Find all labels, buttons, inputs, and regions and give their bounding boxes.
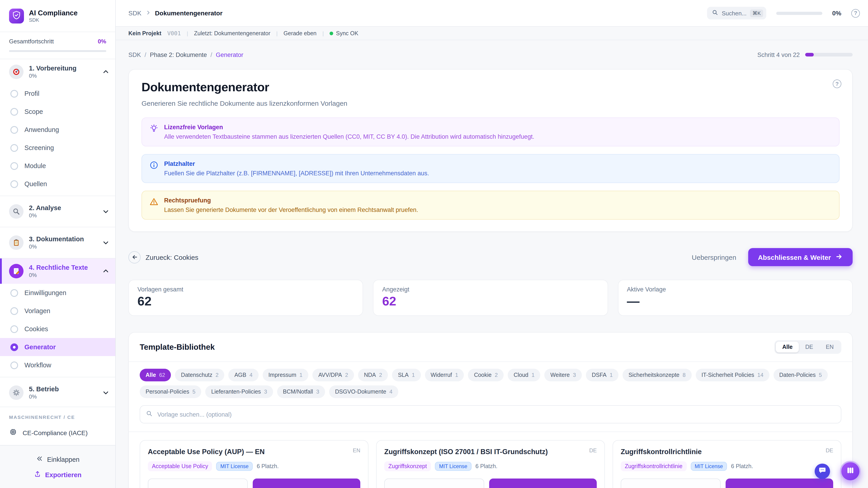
template-license-tag: MIT License [216,462,253,471]
sidebar-item-label: Scope [24,108,43,115]
sidebar-section-header-4-rechtliche-texte[interactable]: 4. Rechtliche Texte0% [0,258,115,284]
magnifier-icon [9,204,24,219]
filter-chip-daten-policies[interactable]: Daten-Policies5 [773,369,828,381]
filter-chip-count: 1 [531,372,534,378]
chevron-up-icon [103,69,109,75]
filter-chip-alle[interactable]: Alle62 [140,369,171,381]
filter-chip-personal-policies[interactable]: Personal-Policies5 [140,385,202,398]
radio-icon [10,144,18,152]
filter-chip-count: 2 [495,372,498,378]
topbar-right: Suchen... ⌘K 0% ? [707,7,860,20]
filter-chip-cloud[interactable]: Cloud1 [508,369,540,381]
filter-chip-sla[interactable]: SLA1 [392,369,421,381]
filter-chip-weitere[interactable]: Weitere3 [545,369,582,381]
template-use-button[interactable] [253,479,360,488]
filter-chip-label: Widerruf [431,372,452,378]
notice-title: Rechtspruefung [164,197,418,204]
last-visited: Zuletzt: Dokumentengenerator [194,30,270,36]
filter-chip-dsfa[interactable]: DSFA1 [586,369,619,381]
arrow-left-icon [128,251,141,263]
filter-chip-avv-dpa[interactable]: AVV/DPA2 [312,369,354,381]
filter-chip-nda[interactable]: NDA2 [358,369,388,381]
filter-chip-agb[interactable]: AGB4 [228,369,258,381]
skip-button[interactable]: Ueberspringen [692,253,736,261]
filter-chip-impressum[interactable]: Impressum1 [262,369,308,381]
sidebar-item-label: Profil [24,90,39,97]
sidebar-item-vorlagen[interactable]: Vorlagen [0,302,115,320]
collapse-sidebar-button[interactable]: Einklappen [0,452,115,467]
complete-and-continue-button[interactable]: Abschliessen & Weiter [748,248,852,266]
sidebar-item-profil[interactable]: Profil [0,85,115,103]
sidebar-item-cookies[interactable]: Cookies [0,320,115,338]
export-label: Exportieren [45,471,81,479]
filter-chip-cookie[interactable]: Cookie2 [468,369,504,381]
stats-row: Vorlagen gesamt62Angezeigt62Aktive Vorla… [128,280,852,316]
breadcrumb-section[interactable]: SDK [128,9,142,17]
sidebar-section-header-3-dokumentation[interactable]: 3. Dokumentation0% [0,227,115,258]
wizard-nav-right: Ueberspringen Abschliessen & Weiter [692,248,852,266]
page-breadcrumb: SDK / Phase 2: Dokumente / Generator [128,51,243,58]
filter-chip-dsgvo-dokumente[interactable]: DSGVO-Dokumente4 [329,385,398,398]
sync-status-label: Sync OK [336,30,359,36]
template-preview-button[interactable] [148,479,248,488]
help-icon[interactable]: ? [851,9,860,18]
lang-tab-en[interactable]: EN [819,341,840,352]
page-help-icon[interactable]: ? [833,79,841,88]
template-card-acceptable-use-policy-aup-en[interactable]: Acceptable Use Policy (AUP) — ENENAccept… [140,440,368,488]
global-search-button[interactable]: Suchen... ⌘K [707,7,766,20]
sidebar-item-generator[interactable]: Generator [0,338,115,356]
chat-fab-button[interactable] [815,464,830,479]
template-search-input[interactable] [156,411,835,418]
complete-button-label: Abschliessen & Weiter [758,253,831,261]
filter-chip-sicherheitskonzepte[interactable]: Sicherheitskonzepte8 [623,369,692,381]
page-content: SDK / Phase 2: Dokumente / Generator Sch… [116,40,868,488]
template-card-zugriffskonzept-iso-27001-bsi-it-grundschutz[interactable]: Zugriffskonzept (ISO 27001 / BSI IT-Grun… [376,440,605,488]
filter-chip-widerruf[interactable]: Widerruf1 [425,369,464,381]
sidebar-item-label: Generator [24,344,56,351]
template-preview-button[interactable] [621,479,721,488]
template-preview-button[interactable] [384,479,485,488]
sidebar-section-header-5-betrieb[interactable]: 5. Betrieb0% [0,377,115,407]
lang-tab-de[interactable]: DE [799,341,819,352]
template-search [140,405,841,423]
project-name: Kein Projekt [128,30,161,36]
filter-chip-count: 3 [573,372,576,378]
lang-tab-alle[interactable]: Alle [776,341,799,352]
last-saved-time: Gerade eben [283,30,316,36]
template-use-button[interactable] [726,479,833,488]
filter-chip-lieferanten-policies[interactable]: Lieferanten-Policies3 [206,385,273,398]
filter-chip-label: Daten-Policies [779,372,815,378]
sidebar-item-anwendung[interactable]: Anwendung [0,121,115,139]
filter-chip-datenschutz[interactable]: Datenschutz2 [175,369,224,381]
wizard-nav-row: Zurueck: Cookies Ueberspringen Abschlies… [128,248,852,266]
sidebar-item-label: Einwilligungen [24,289,66,296]
sidebar-section-header-2-analyse[interactable]: 2. Analyse0% [0,196,115,227]
sidebar-item-scope[interactable]: Scope [0,103,115,121]
template-use-button[interactable] [489,479,597,488]
sidebar-item-einwilligungen[interactable]: Einwilligungen [0,284,115,302]
filter-chip-bcm-notfall[interactable]: BCM/Notfall3 [277,385,325,398]
sidebar-item-quellen[interactable]: Quellen [0,175,115,193]
export-button[interactable]: Exportieren [0,467,115,483]
sidebar-item-module[interactable]: Module [0,157,115,175]
sidebar-item-ce-compliance[interactable]: CE-Compliance (IACE) [0,422,115,445]
filter-chip-label: Sicherheitskonzepte [629,372,680,378]
breadcrumb-sdk[interactable]: SDK [128,51,141,58]
filter-chip-count: 3 [264,389,267,395]
section-label: 1. Vorbereitung [29,65,97,72]
sidebar-item-screening[interactable]: Screening [0,139,115,157]
filter-chip-it-sicherheit-policies[interactable]: IT-Sicherheit Policies14 [695,369,769,381]
panel-fab-button[interactable] [840,461,861,482]
template-category-tag: Zugriffskontrollrichtlinie [621,462,686,471]
filter-chip-count: 4 [250,372,252,378]
sidebar-section-1-vorbereitung: 1. Vorbereitung0%ProfilScopeAnwendungScr… [0,59,115,196]
template-card-zugriffskontrollrichtlinie[interactable]: ZugriffskontrollrichtlinieDEZugriffskont… [613,440,841,488]
sidebar-section-header-1-vorbereitung[interactable]: 1. Vorbereitung0% [0,59,115,85]
sidebar-item-workflow[interactable]: Workflow [0,356,115,374]
template-tags: ZugriffskonzeptMIT License6 Platzh. [384,462,597,471]
section-percent: 0% [29,243,97,250]
section-meta: 5. Betrieb0% [29,385,97,400]
breadcrumb-phase[interactable]: Phase 2: Dokumente [150,51,207,58]
radio-icon [10,90,18,97]
back-button[interactable]: Zurueck: Cookies [128,251,198,263]
